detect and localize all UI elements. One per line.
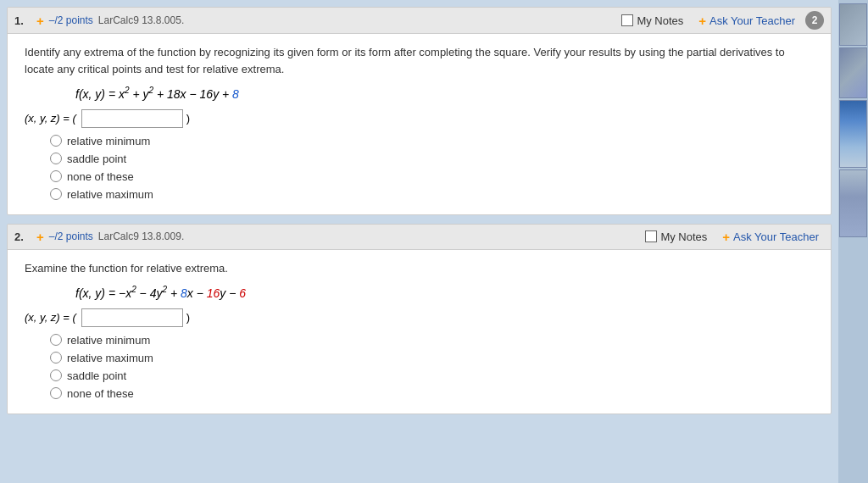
- radio-group-1: relative minimum saddle point none of th…: [50, 135, 814, 201]
- radio-option-1-2[interactable]: none of these: [50, 170, 814, 183]
- radio-btn-2-1[interactable]: [50, 352, 62, 364]
- radio-label-1-1: saddle point: [67, 153, 126, 165]
- points-badge-2: –/2 points: [49, 230, 93, 242]
- radio-btn-2-3[interactable]: [50, 387, 62, 399]
- answer-suffix-1: ): [186, 112, 190, 125]
- ask-plus-icon-1: +: [698, 14, 706, 28]
- plus-icon-2: +: [36, 230, 44, 244]
- radio-btn-2-2[interactable]: [50, 369, 62, 381]
- radio-label-2-2: saddle point: [67, 369, 126, 382]
- radio-label-2-1: relative maximum: [67, 352, 153, 364]
- source-label-2: LarCalc9 13.8.009.: [98, 230, 184, 242]
- ask-teacher-label-1: Ask Your Teacher: [709, 14, 795, 27]
- sidebar-image-4: [839, 169, 867, 237]
- question-header-1: 1. + –/2 points LarCalc9 13.8.005. My No…: [8, 8, 831, 34]
- my-notes-button-2[interactable]: My Notes: [640, 229, 712, 245]
- sidebar: [838, 0, 868, 483]
- radio-label-1-3: relative maximum: [67, 188, 153, 201]
- plus-icon-1: +: [36, 14, 44, 28]
- radio-label-2-0: relative minimum: [67, 334, 150, 347]
- my-notes-button-1[interactable]: My Notes: [616, 13, 688, 29]
- question-header-2: 2. + –/2 points LarCalc9 13.8.009. My No…: [8, 225, 831, 250]
- question-card-2: 2. + –/2 points LarCalc9 13.8.009. My No…: [7, 224, 832, 414]
- answer-suffix-2: ): [186, 311, 190, 324]
- answer-input-2[interactable]: [81, 308, 183, 327]
- notes-icon-2: [645, 230, 657, 242]
- radio-option-1-1[interactable]: saddle point: [50, 153, 814, 165]
- radio-btn-2-0[interactable]: [50, 334, 62, 346]
- radio-option-2-1[interactable]: relative maximum: [50, 352, 814, 364]
- notes-icon-1: [621, 14, 633, 26]
- radio-option-2-3[interactable]: none of these: [50, 387, 814, 400]
- question-instruction-2: Examine the function for relative extrem…: [25, 260, 814, 277]
- sidebar-image-2: [839, 47, 867, 98]
- radio-btn-1-0[interactable]: [50, 135, 62, 147]
- sidebar-image-3: [839, 100, 867, 168]
- my-notes-label-2: My Notes: [660, 230, 707, 243]
- points-badge-1: –/2 points: [49, 14, 93, 26]
- ask-teacher-button-2[interactable]: + Ask Your Teacher: [717, 228, 824, 246]
- radio-label-2-3: none of these: [67, 387, 134, 400]
- source-label-1: LarCalc9 13.8.005.: [98, 14, 184, 26]
- radio-btn-1-3[interactable]: [50, 188, 62, 200]
- radio-option-2-0[interactable]: relative minimum: [50, 334, 814, 347]
- radio-option-1-0[interactable]: relative minimum: [50, 135, 814, 147]
- ask-teacher-button-1[interactable]: + Ask Your Teacher: [693, 12, 800, 30]
- question-body-1: Identify any extrema of the function by …: [8, 34, 831, 214]
- formula-2: f(x, y) = −x2 − 4y2 + 8x − 16y − 6: [75, 285, 814, 300]
- question-body-2: Examine the function for relative extrem…: [8, 250, 831, 414]
- ask-plus-icon-2: +: [722, 230, 730, 244]
- radio-btn-1-1[interactable]: [50, 153, 62, 164]
- sidebar-image-1: [839, 3, 867, 46]
- formula-1: f(x, y) = x2 + y2 + 18x − 16y + 8: [75, 86, 814, 101]
- answer-input-1[interactable]: [81, 109, 183, 128]
- question-card-1: 1. + –/2 points LarCalc9 13.8.005. My No…: [7, 7, 832, 215]
- radio-option-1-3[interactable]: relative maximum: [50, 188, 814, 201]
- question-number-2: 2.: [14, 230, 31, 243]
- radio-btn-1-2[interactable]: [50, 170, 62, 182]
- question-instruction-1: Identify any extrema of the function by …: [25, 44, 814, 77]
- answer-prefix-2: (x, y, z) = (: [25, 311, 76, 324]
- answer-row-1: (x, y, z) = ( ): [25, 109, 814, 128]
- answer-row-2: (x, y, z) = ( ): [25, 308, 814, 327]
- radio-option-2-2[interactable]: saddle point: [50, 369, 814, 382]
- my-notes-label-1: My Notes: [637, 14, 683, 27]
- radio-label-1-2: none of these: [67, 170, 134, 183]
- answer-prefix-1: (x, y, z) = (: [25, 112, 76, 125]
- radio-group-2: relative minimum relative maximum saddle…: [50, 334, 814, 400]
- question-number-1: 1.: [14, 14, 31, 27]
- ask-teacher-label-2: Ask Your Teacher: [733, 230, 819, 243]
- radio-label-1-0: relative minimum: [67, 135, 150, 147]
- question-badge-1: 2: [805, 11, 824, 30]
